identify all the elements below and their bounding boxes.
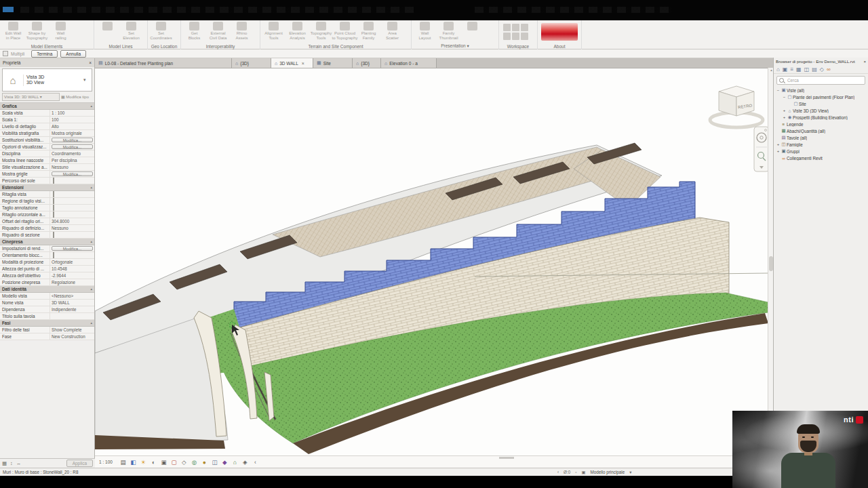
prop-value[interactable]: Per disciplina — [50, 157, 94, 163]
search-input[interactable] — [786, 77, 863, 83]
browser-home-icon[interactable]: ⌂ — [776, 66, 780, 73]
close-icon[interactable]: × — [302, 61, 304, 66]
ribbon-button-set-elevation[interactable]: SetElevation — [119, 22, 143, 40]
prop-value[interactable]: Ortogonale — [50, 259, 94, 265]
prop-modify-button[interactable]: Modifica... — [52, 144, 93, 149]
section-header-estensioni[interactable]: Estensioni▴ — [0, 184, 94, 191]
environment-logo[interactable] — [541, 23, 578, 41]
browser-search[interactable] — [776, 76, 865, 85]
show-crop-icon[interactable]: ▢ — [170, 459, 178, 466]
prop-checkbox[interactable] — [53, 205, 54, 211]
view-tab-3d-wall[interactable]: ⌂3D WALL× — [271, 58, 313, 68]
tool-icon[interactable] — [503, 33, 511, 40]
drawing-area[interactable]: RETRO — [95, 68, 773, 455]
sun-path-icon[interactable]: ☀ — [140, 459, 147, 466]
prop-value[interactable]: Alto — [50, 123, 94, 129]
crop-view-icon[interactable]: ▣ — [160, 459, 167, 466]
horizontal-scrollbar-thumb[interactable] — [499, 457, 514, 459]
sort-sections-icon[interactable]: ↔ — [16, 460, 22, 466]
view-tab-3d[interactable]: ⌂{3D} — [232, 58, 271, 68]
prop-value[interactable]: Coordinamento — [50, 150, 94, 157]
view-tab-3d[interactable]: ⌂{3D} — [353, 58, 381, 68]
temporary-hide-isolate-icon[interactable]: ◎ — [191, 459, 198, 466]
close-icon[interactable]: × — [863, 59, 866, 64]
modify-type-button[interactable]: ▦ Modifica tipo — [61, 93, 92, 101]
editable-only-icon[interactable]: ▫ — [575, 468, 576, 476]
ribbon-icon-stack[interactable] — [96, 22, 119, 31]
collapse-icon[interactable]: ‹ — [252, 459, 259, 466]
prop-value[interactable]: 1 : 100 — [50, 110, 94, 116]
workspace-icons[interactable] — [500, 22, 531, 42]
tree-item-abachi-quantit-all[interactable]: ▦Abachi/Quantità (all) — [774, 127, 868, 134]
navigation-bar[interactable] — [754, 127, 769, 171]
tree-item-viste-all[interactable]: −▣Viste (all) — [774, 87, 868, 94]
detail-level-icon[interactable]: ▤ — [119, 459, 127, 466]
ribbon-button-elevation-analysis[interactable]: ElevationAnalysis — [285, 22, 309, 40]
ribbon-button-edit-wall-in-place[interactable]: Edit Wallin Place — [1, 22, 25, 40]
tree-item-collegamenti-revit[interactable]: ∞Collegamenti Revit — [774, 155, 868, 161]
tool-icon[interactable] — [512, 24, 519, 31]
ribbon-button-external-civil-data[interactable]: ExternalCivil Data — [206, 22, 230, 40]
tree-item-famiglie[interactable]: +◫Famiglie — [774, 141, 868, 148]
prop-checkbox[interactable] — [53, 191, 54, 197]
tool-icon[interactable] — [521, 33, 528, 40]
prop-checkbox[interactable] — [53, 211, 54, 218]
collapse-icon[interactable]: ▴ — [90, 239, 92, 245]
back-icon[interactable]: ‹ — [557, 468, 559, 476]
section-header-grafica[interactable]: Grafica▴ — [0, 103, 94, 110]
tree-item-prospetti-building-elevation[interactable]: +◉Prospetti (Building Elevation) — [774, 114, 868, 121]
view-tab-elevation-0-a[interactable]: ⌂Elevation 0 - a — [381, 58, 437, 68]
design-option-label[interactable]: Modello principale — [590, 468, 625, 476]
ribbon-button-topography-tools[interactable]: TopographyTools — [309, 22, 333, 40]
viewcube[interactable]: RETRO — [710, 86, 763, 127]
expand-icon[interactable]: + — [782, 115, 787, 119]
tree-item-site[interactable]: ▢Site — [774, 100, 868, 107]
prop-value[interactable]: 304.8000 — [50, 218, 94, 224]
cancel-button[interactable]: Annulla — [60, 50, 86, 58]
tree-item-tavole-all[interactable]: ▤Tavole (all) — [774, 134, 868, 141]
chevron-down-icon[interactable]: ▾ — [629, 468, 631, 476]
view-tab-site[interactable]: ▦Site — [313, 58, 353, 68]
prop-value[interactable] — [50, 313, 94, 319]
chevron-down-icon[interactable]: ▾ — [83, 77, 92, 83]
lock-3d-view-icon[interactable]: ◇ — [180, 459, 188, 466]
hide-analytical-icon[interactable]: ◆ — [221, 459, 229, 466]
browser-families-icon[interactable]: ▤ — [812, 66, 817, 73]
prop-value[interactable]: 3D WALL — [50, 300, 94, 306]
prop-value[interactable]: Nessuno — [50, 225, 94, 231]
prop-modify-button[interactable]: Modifica... — [52, 171, 93, 176]
ribbon-button-planting-family[interactable]: PlantingFamily — [357, 22, 380, 40]
scale-button[interactable]: 1 : 100 — [99, 460, 113, 464]
expand-icon[interactable]: − — [782, 95, 787, 99]
view-selector-dropdown[interactable]: Vista 3D: 3D WALL ▾ — [2, 93, 60, 101]
exclude-options-icon[interactable]: Ø:0 — [564, 468, 570, 476]
prop-modify-button[interactable]: Modifica... — [52, 246, 93, 251]
app-icon[interactable] — [3, 7, 14, 12]
expand-icon[interactable]: + — [776, 149, 781, 153]
ribbon-button-shape-by-topography[interactable]: Shape byTopography — [25, 22, 49, 40]
prop-checkbox[interactable] — [53, 252, 54, 258]
ribbon-button-set-coordinates[interactable]: SetCoordinates — [149, 22, 173, 40]
tool-icon[interactable] — [512, 33, 519, 40]
multipli-checkbox[interactable] — [3, 51, 8, 56]
press-drag-icon[interactable]: ▣ — [582, 468, 586, 476]
browser-sheets-icon[interactable]: ◫ — [804, 66, 810, 73]
view-tab-l0-08-detailed-tree-planting-plan[interactable]: ▤L0-08 - Detailed Tree Planting plan — [95, 58, 232, 68]
collapse-icon[interactable]: ▴ — [90, 184, 92, 190]
tree-item-gruppi[interactable]: +▣Gruppi — [774, 148, 868, 155]
close-icon[interactable]: × — [89, 60, 92, 65]
apply-button[interactable]: Applica — [66, 460, 93, 467]
prop-value[interactable]: <Nessuno> — [50, 293, 94, 299]
browser-legends-icon[interactable]: ≡ — [790, 66, 793, 73]
ribbon-button-area-scatter[interactable]: AreaScatter — [380, 22, 404, 40]
model-canvas[interactable]: RETRO — [95, 68, 773, 456]
constraints-icon[interactable]: ◈ — [241, 459, 249, 466]
prop-checkbox[interactable] — [53, 198, 54, 204]
ribbon-icon-stack[interactable] — [460, 22, 484, 31]
sort-ascending-icon[interactable]: ↕ — [10, 460, 13, 466]
browser-groups-icon[interactable]: ◇ — [820, 66, 824, 73]
prop-value[interactable]: -2.9644 — [50, 272, 94, 279]
worksharing-display-icon[interactable]: ⌂ — [231, 459, 239, 466]
reveal-hidden-icon[interactable]: ● — [201, 459, 208, 466]
ribbon-button-alignment-tools[interactable]: AlignmentTools — [262, 22, 285, 40]
